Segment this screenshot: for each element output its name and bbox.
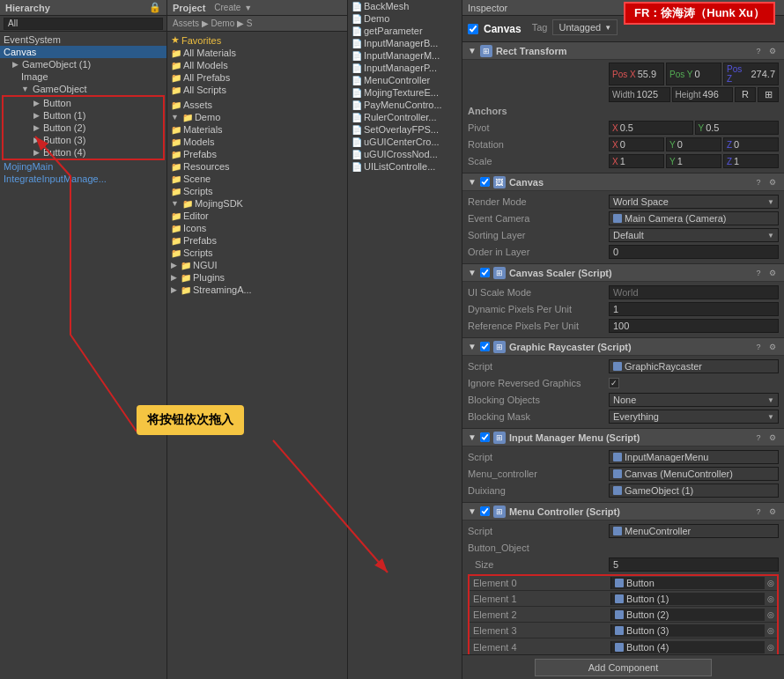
project-item-icons[interactable]: 📁 Icons [167, 222, 347, 234]
component-menu-icon[interactable]: ⚙ [766, 45, 779, 57]
hierarchy-item-mojingmain[interactable]: MojingMain [0, 160, 166, 173]
element-3-value[interactable]: Button (3) [610, 624, 765, 637]
pivot-y-field[interactable]: Y 0.5 [695, 121, 780, 135]
file-item-inputmanagerp[interactable]: 📄 InputManagerP... [348, 62, 462, 74]
create-dropdown[interactable]: ▼ [244, 4, 252, 12]
project-item-all-materials[interactable]: 📁 All Materials [167, 47, 347, 59]
file-item-inputmanagerb[interactable]: 📄 InputManagerB... [348, 37, 462, 49]
menu-controller-header[interactable]: ▼ ⊞ Menu Controller (Script) ? ⚙ [462, 503, 784, 520]
element-0-target[interactable]: ◎ [765, 577, 777, 589]
project-item-demo[interactable]: ▼ 📁 Demo [167, 111, 347, 123]
rect-transform-header[interactable]: ▼ ⊞ Rect Transform ? ⚙ [462, 42, 784, 60]
pos-x-field[interactable]: Pos X 55.9 [609, 63, 664, 85]
scale-y-field[interactable]: Y 1 [666, 154, 721, 168]
rot-x-field[interactable]: X 0 [609, 137, 664, 151]
hierarchy-item-button3[interactable]: ▶ Button (3) [4, 134, 163, 146]
file-item-uilist[interactable]: 📄 UIListControlle... [348, 160, 462, 173]
settings-icon[interactable]: ⚙ [766, 267, 779, 279]
blocking-mask-value[interactable]: Everything [609, 410, 779, 424]
component-info-icon[interactable]: ? [752, 45, 765, 57]
element-1-value[interactable]: Button (1) [610, 593, 765, 605]
sorting-layer-value[interactable]: Default [609, 228, 779, 242]
pivot-x-field[interactable]: X 0.5 [609, 121, 693, 135]
height-field[interactable]: Height 496 [672, 87, 734, 102]
hierarchy-item-integrateinputmanage[interactable]: IntegrateInputManage... [0, 173, 166, 185]
hierarchy-item-button2[interactable]: ▶ Button (2) [4, 122, 163, 134]
element-4-target[interactable]: ◎ [765, 641, 777, 653]
ignore-reversed-checkbox[interactable]: ✓ [609, 378, 619, 388]
mc-script-value[interactable]: MenuController [609, 524, 779, 538]
project-item-ngui[interactable]: ▶ 📁 NGUI [167, 259, 347, 271]
hierarchy-item-image[interactable]: Image [0, 70, 166, 83]
hierarchy-item-button4[interactable]: ▶ Button (4) [4, 146, 163, 159]
rot-z-field[interactable]: Z 0 [723, 137, 779, 151]
info-icon[interactable]: ? [752, 432, 765, 444]
hierarchy-item-button0[interactable]: ▶ Button [4, 97, 163, 109]
element-3-target[interactable]: ◎ [765, 624, 777, 637]
project-item-all-models[interactable]: 📁 All Models [167, 59, 347, 71]
r-button[interactable]: R [735, 87, 756, 102]
info-icon[interactable]: ? [752, 506, 765, 518]
element-2-value[interactable]: Button (2) [610, 609, 765, 621]
ui-scale-value[interactable]: World [609, 285, 779, 299]
settings-icon[interactable]: ⚙ [766, 432, 779, 444]
element-1-target[interactable]: ◎ [765, 593, 777, 605]
info-icon[interactable]: ? [752, 267, 765, 279]
order-value[interactable]: 0 [609, 245, 779, 259]
canvas-scaler-header[interactable]: ▼ ⊞ Canvas Scaler (Script) ? ⚙ [462, 264, 784, 282]
lock-icon[interactable]: 🔒 [149, 2, 161, 13]
info-icon[interactable]: ? [752, 176, 765, 188]
size-value[interactable]: 5 [609, 557, 779, 572]
file-item-getparameter[interactable]: 📄 getParameter [348, 25, 462, 37]
settings-icon[interactable]: ⚙ [766, 176, 779, 188]
project-item-resources[interactable]: 📁 Resources [167, 160, 347, 173]
settings-icon[interactable]: ⚙ [766, 341, 779, 353]
project-item-scripts[interactable]: 📁 Scripts [167, 185, 347, 197]
scale-x-field[interactable]: X 1 [609, 154, 664, 168]
rot-y-field[interactable]: Y 0 [666, 137, 721, 151]
raycaster-header[interactable]: ▼ ⊞ Graphic Raycaster (Script) ? ⚙ [462, 338, 784, 356]
width-field[interactable]: Width 1025 [609, 87, 670, 102]
ref-pixels-value[interactable]: 100 [609, 319, 779, 333]
script-value[interactable]: GraphicRaycaster [609, 359, 779, 373]
project-item-scripts2[interactable]: 📁 Scripts [167, 247, 347, 259]
file-item-menucontroller[interactable]: 📄 MenuController [348, 74, 462, 86]
event-camera-value[interactable]: Main Camera (Camera) [609, 211, 779, 225]
project-item-streaming[interactable]: ▶ 📁 StreamingA... [167, 284, 347, 296]
project-item-all-prefabs[interactable]: 📁 All Prefabs [167, 71, 347, 84]
file-item-uguicross[interactable]: 📄 uGUICrossNod... [348, 148, 462, 160]
render-mode-value[interactable]: World Space [609, 195, 779, 209]
hierarchy-item-eventsystem[interactable]: EventSystem [0, 33, 166, 46]
hierarchy-item-gameobject[interactable]: ▼ GameObject [0, 83, 166, 95]
project-item-prefabs2[interactable]: 📁 Prefabs [167, 234, 347, 247]
project-item-materials[interactable]: 📁 Materials [167, 123, 347, 136]
file-item-setoverlay[interactable]: 📄 SetOverlayFPS... [348, 123, 462, 136]
im-script-value[interactable]: InputManagerMenu [609, 450, 779, 464]
info-icon[interactable]: ? [752, 341, 765, 353]
project-item-models[interactable]: 📁 Models [167, 136, 347, 148]
create-btn[interactable]: Create [214, 3, 240, 12]
add-component-button[interactable]: Add Component [535, 659, 713, 676]
project-item-plugins[interactable]: ▶ 📁 Plugins [167, 271, 347, 284]
object-active-checkbox[interactable] [468, 24, 478, 34]
file-item-uguicenter[interactable]: 📄 uGUICenterCro... [348, 136, 462, 148]
pos-y-field[interactable]: Pos Y 0 [666, 63, 721, 85]
element-2-target[interactable]: ◎ [765, 609, 777, 621]
blocking-objects-value[interactable]: None [609, 393, 779, 407]
settings-icon[interactable]: ⚙ [766, 506, 779, 518]
blueprint-button[interactable]: ⊞ [758, 87, 779, 102]
canvas-header[interactable]: ▼ 🖼 Canvas ? ⚙ [462, 173, 784, 191]
file-item-backmesh[interactable]: 📄 BackMesh [348, 0, 462, 12]
tag-dropdown[interactable]: Untagged [552, 19, 618, 35]
scaler-checkbox[interactable] [480, 268, 490, 277]
project-item-prefabs[interactable]: 📁 Prefabs [167, 148, 347, 160]
file-item-ruler[interactable]: 📄 RulerController... [348, 111, 462, 123]
project-item-scene[interactable]: 📁 Scene [167, 173, 347, 185]
dynamic-pixels-value[interactable]: 1 [609, 302, 779, 316]
hierarchy-item-button1[interactable]: ▶ Button (1) [4, 109, 163, 122]
scale-z-field[interactable]: Z 1 [723, 154, 779, 168]
file-item-paymenu[interactable]: 📄 PayMenuContro... [348, 99, 462, 111]
menu-controller-checkbox[interactable] [480, 506, 490, 516]
hierarchy-item-gameobject1[interactable]: ▶ GameObject (1) [0, 58, 166, 70]
mojingsdk-header[interactable]: ▼ 📁 MojingSDK [167, 197, 347, 210]
